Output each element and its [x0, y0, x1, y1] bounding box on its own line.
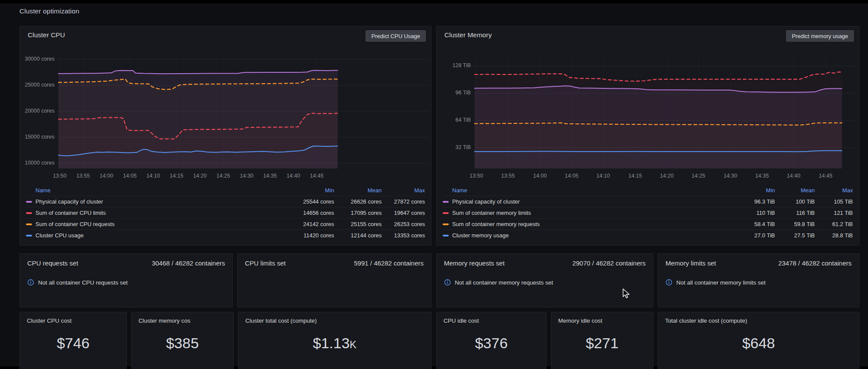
- stat-panel-info-note: Not all container memory limits set: [665, 279, 765, 286]
- cpu-chart-plot[interactable]: [58, 52, 429, 168]
- dashboard: Cluster optimization Cluster CPU Predict…: [0, 0, 868, 369]
- x-axis-tick-label: 14:00: [526, 173, 554, 179]
- info-note-text: Not all container CPU requests set: [38, 279, 128, 286]
- stat-panel-memory-requests-set: Memory requests set29070 / 46282 contain…: [436, 253, 653, 308]
- legend-column-header[interactable]: Max: [382, 186, 425, 196]
- legend-series-label: Sum of container CPU requests: [35, 221, 115, 227]
- cost-panel-cluster-cpu-cost: Cluster CPU cost$746: [19, 312, 127, 369]
- info-icon[interactable]: [665, 279, 672, 286]
- info-note-text: Not all container memory limits set: [676, 279, 765, 286]
- cost-panel-title: Cluster CPU cost: [27, 317, 72, 324]
- x-axis-tick-label: 14:10: [589, 173, 617, 179]
- legend-series-label: Cluster memory usage: [452, 232, 509, 239]
- legend-column-header[interactable]: Name: [26, 186, 282, 196]
- info-note-text: Not all container memory requests set: [455, 279, 553, 286]
- y-axis-tick-label: 20000 cores: [23, 108, 55, 114]
- series-color-swatch-icon: [443, 201, 449, 203]
- stat-panel-title: Memory limits set: [665, 259, 716, 267]
- predict-memory-usage-button[interactable]: Predict memory usage: [786, 30, 854, 42]
- info-icon[interactable]: [27, 279, 34, 286]
- legend-mean-value: 27.5 TiB: [775, 230, 815, 241]
- legend-mean-value: 26626 cores: [334, 196, 382, 207]
- x-axis-tick-label: 14:25: [685, 173, 712, 179]
- stat-panel-value: 23478 / 46282 containers: [778, 259, 852, 267]
- legend-min-value: 14656 cores: [282, 207, 334, 218]
- legend-series-name[interactable]: Sum of container CPU requests: [26, 218, 282, 230]
- x-axis-tick-label: 14:45: [303, 173, 331, 179]
- cost-panel-value: $271: [551, 335, 653, 352]
- stat-panel-info-note: Not all container CPU requests set: [27, 279, 128, 286]
- series-color-swatch-icon: [443, 212, 449, 214]
- dashboard-canvas: Cluster optimization Cluster CPU Predict…: [0, 3, 868, 366]
- series-color-swatch-icon: [26, 223, 32, 225]
- cost-panel-value: $385: [132, 335, 233, 352]
- cost-panel-cpu-idle-cost: CPU idle cost$376: [436, 312, 547, 369]
- legend-max-value: 19647 cores: [382, 207, 425, 218]
- cost-panel-value: $376: [437, 335, 546, 352]
- legend-series-name[interactable]: Cluster CPU usage: [26, 230, 282, 241]
- series-color-swatch-icon: [26, 201, 32, 203]
- section-row-title[interactable]: Cluster optimization: [19, 7, 79, 15]
- y-axis-tick-label: 10000 cores: [23, 160, 55, 166]
- stat-panel-cpu-requests-set: CPU requests set30468 / 46282 containers…: [19, 253, 233, 308]
- legend-max-value: 121 TiB: [815, 207, 853, 218]
- cluster-memory-panel: Cluster Memory Predict memory usage 128 …: [436, 26, 859, 246]
- cpu-legend: NameMinMeanMaxPhysical capacity of clust…: [26, 186, 425, 241]
- cost-panel-title: Memory idle cost: [558, 317, 602, 324]
- legend-series-label: Cluster CPU usage: [35, 232, 84, 239]
- x-axis-tick-label: 13:55: [494, 173, 522, 179]
- legend-series-name[interactable]: Sum of container CPU limits: [26, 207, 282, 218]
- legend-column-header[interactable]: Min: [734, 186, 775, 196]
- stat-panel-value: 29070 / 46282 containers: [572, 259, 646, 267]
- legend-series-label: Physical capacity of cluster: [452, 198, 520, 205]
- panel-title[interactable]: Cluster CPU: [28, 31, 65, 39]
- y-axis-tick-label: 30000 cores: [23, 56, 55, 62]
- legend-column-header[interactable]: Mean: [334, 186, 382, 196]
- legend-series-name[interactable]: Sum of container memory limits: [443, 207, 734, 218]
- y-axis-tick-label: 96 TiB: [439, 90, 471, 96]
- legend-series-name[interactable]: Cluster memory usage: [443, 230, 734, 241]
- x-axis-tick-label: 14:35: [748, 173, 776, 179]
- legend-mean-value: 12144 cores: [334, 230, 382, 241]
- cost-panel-value: $1.13K: [238, 335, 431, 352]
- info-icon[interactable]: [444, 279, 451, 286]
- legend-min-value: 58.4 TiB: [734, 218, 775, 230]
- x-axis-tick-label: 14:45: [812, 173, 839, 179]
- legend-series-name[interactable]: Sum of container memory requests: [443, 218, 734, 230]
- mem-chart-plot[interactable]: [474, 52, 855, 168]
- mem-timeseries-svg: [474, 52, 855, 168]
- legend-max-value: 13353 cores: [382, 230, 425, 241]
- legend-column-header[interactable]: Name: [443, 186, 734, 196]
- cost-panel-title: CPU idle cost: [444, 317, 479, 324]
- legend-series-label: Sum of container memory requests: [452, 221, 540, 227]
- cost-panel-cluster-memory-cos: Cluster memory cos$385: [131, 312, 234, 369]
- x-axis-tick-label: 14:15: [621, 173, 649, 179]
- y-axis-tick-label: 25000 cores: [23, 82, 55, 88]
- stat-panel-header: Memory requests set29070 / 46282 contain…: [444, 259, 646, 267]
- stat-panel-memory-limits-set: Memory limits set23478 / 46282 container…: [658, 253, 859, 308]
- y-axis-tick-label: 32 TiB: [439, 144, 471, 150]
- panel-title[interactable]: Cluster Memory: [444, 31, 492, 39]
- cpu-timeseries-svg: [58, 52, 429, 168]
- stat-panel-title: Memory requests set: [444, 259, 505, 267]
- cost-panel-value: $648: [658, 335, 859, 352]
- stat-panel-value: 30468 / 46282 containers: [152, 259, 225, 267]
- x-axis-tick-label: 14:30: [717, 173, 744, 179]
- predict-cpu-usage-button[interactable]: Predict CPU Usage: [366, 30, 426, 42]
- cluster-cpu-panel: Cluster CPU Predict CPU Usage 30000 core…: [19, 26, 431, 246]
- legend-mean-value: 25155 cores: [334, 218, 382, 230]
- legend-series-name[interactable]: Physical capacity of cluster: [26, 196, 282, 207]
- series-color-swatch-icon: [26, 212, 32, 214]
- legend-max-value: 28.8 TiB: [815, 230, 853, 241]
- legend-column-header[interactable]: Max: [815, 186, 853, 196]
- legend-series-name[interactable]: Physical capacity of cluster: [443, 196, 734, 207]
- legend-max-value: 27872 cores: [382, 196, 425, 207]
- cost-panel-title: Total cluster idle cost (compute): [665, 317, 747, 324]
- legend-column-header[interactable]: Min: [282, 186, 334, 196]
- cost-panel-total-cluster-idle-cost-compute-: Total cluster idle cost (compute)$648: [658, 312, 859, 369]
- x-axis-tick-label: 14:20: [653, 173, 681, 179]
- legend-min-value: 27.0 TiB: [734, 230, 775, 241]
- x-axis-tick-label: 14:05: [558, 173, 585, 179]
- cost-panel-cluster-total-cost-compute-: Cluster total cost (compute)$1.13K: [238, 312, 431, 369]
- legend-column-header[interactable]: Mean: [775, 186, 815, 196]
